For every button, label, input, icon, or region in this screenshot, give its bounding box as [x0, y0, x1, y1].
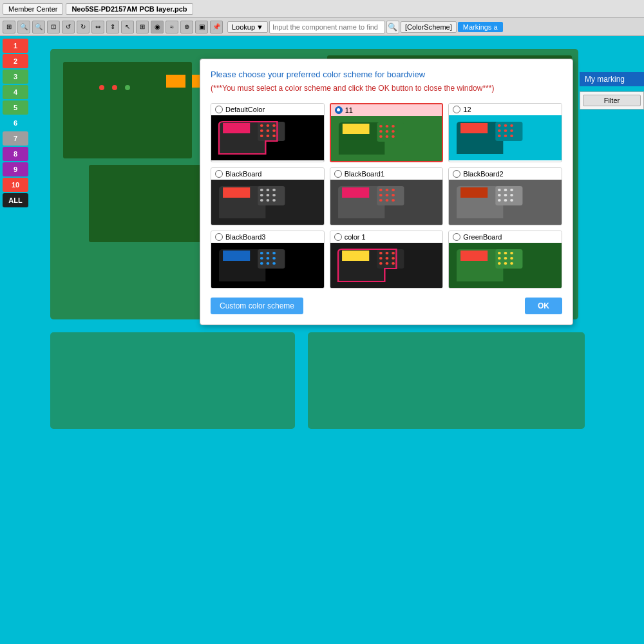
- lookup-group: Lookup ▼ 🔍 [ColorScheme] Markings a: [227, 21, 503, 33]
- scheme-11[interactable]: 11: [330, 103, 444, 162]
- svg-point-60: [379, 194, 383, 196]
- search-button[interactable]: 🔍: [386, 21, 399, 33]
- zoom-in-icon[interactable]: 🔍: [17, 21, 30, 33]
- svg-point-31: [385, 135, 388, 138]
- preview-greenboard: [449, 243, 562, 288]
- svg-point-43: [510, 135, 513, 137]
- scheme-12[interactable]: 12: [448, 103, 562, 162]
- svg-point-84: [272, 257, 276, 260]
- radio-11[interactable]: [335, 106, 343, 114]
- rotate-left-icon[interactable]: ↺: [62, 21, 75, 33]
- svg-point-105: [504, 257, 507, 260]
- svg-point-49: [260, 194, 263, 196]
- svg-point-79: [260, 252, 263, 254]
- svg-point-15: [272, 124, 276, 127]
- cursor-icon[interactable]: ↖: [121, 21, 134, 33]
- svg-point-64: [385, 199, 388, 202]
- svg-point-29: [392, 130, 395, 133]
- measure-icon[interactable]: ⊞: [136, 21, 149, 33]
- svg-point-102: [504, 252, 507, 254]
- color-scheme-button[interactable]: [ColorScheme]: [401, 21, 457, 33]
- scheme-label-11: 11: [345, 106, 353, 114]
- dialog-overlay: Please choose your preferred color schem…: [0, 36, 644, 644]
- preview-blackboard: [211, 180, 324, 225]
- svg-point-103: [510, 252, 513, 254]
- scheme-blackboard1[interactable]: BlackBoard1: [330, 167, 444, 225]
- color-scheme-dialog: Please choose your preferred color schem…: [200, 59, 573, 325]
- preview-11: [331, 116, 442, 161]
- fit-icon[interactable]: ⊡: [47, 21, 60, 33]
- scheme-blackboard2[interactable]: BlackBoard2: [448, 167, 562, 225]
- pin-icon[interactable]: 📌: [210, 21, 223, 33]
- svg-point-74: [498, 199, 501, 202]
- svg-point-92: [392, 252, 395, 254]
- svg-point-18: [272, 129, 276, 132]
- svg-point-106: [510, 257, 513, 260]
- svg-point-20: [267, 135, 270, 137]
- svg-point-21: [272, 135, 276, 137]
- svg-point-108: [504, 262, 507, 265]
- radio-color1[interactable]: [334, 233, 342, 241]
- zoom-out-icon[interactable]: 🔍: [32, 21, 45, 33]
- select-icon[interactable]: ▣: [195, 21, 208, 33]
- svg-point-81: [272, 252, 276, 254]
- radio-blackboard3[interactable]: [215, 233, 223, 241]
- preview-12: [449, 115, 562, 160]
- svg-point-63: [379, 199, 383, 202]
- dialog-footer: Custom color scheme OK: [211, 298, 562, 314]
- svg-point-87: [272, 262, 276, 265]
- highlight-icon[interactable]: ◉: [151, 21, 164, 33]
- svg-point-14: [267, 124, 270, 127]
- svg-point-96: [379, 262, 383, 265]
- svg-point-32: [392, 135, 395, 138]
- svg-point-98: [392, 262, 395, 265]
- flip-h-icon[interactable]: ⇔: [91, 21, 104, 33]
- member-center-button[interactable]: Member Center: [3, 3, 63, 15]
- svg-point-73: [510, 194, 513, 196]
- radio-defaultcolor[interactable]: [215, 106, 223, 113]
- flip-v-icon[interactable]: ⇕: [106, 21, 119, 33]
- radio-blackboard2[interactable]: [453, 170, 460, 178]
- markings-button[interactable]: Markings a: [458, 22, 503, 32]
- svg-point-71: [498, 194, 501, 196]
- scheme-label-color1: color 1: [345, 233, 366, 241]
- dialog-title: Please choose your preferred color schem…: [211, 70, 562, 79]
- scheme-defaultcolor[interactable]: DefaultColor: [211, 103, 325, 162]
- svg-point-95: [392, 257, 395, 260]
- net-icon[interactable]: ≈: [166, 21, 178, 33]
- radio-12[interactable]: [453, 106, 460, 113]
- svg-point-70: [510, 189, 513, 191]
- svg-point-47: [267, 189, 270, 191]
- svg-point-16: [260, 129, 263, 132]
- svg-point-39: [504, 129, 507, 132]
- svg-point-107: [498, 262, 501, 265]
- preview-blackboard2: [449, 180, 562, 225]
- scheme-color1[interactable]: color 1: [330, 231, 444, 289]
- radio-greenboard[interactable]: [453, 233, 460, 241]
- scheme-label-greenboard: GreenBoard: [463, 233, 502, 241]
- scheme-greenboard[interactable]: GreenBoard: [448, 231, 562, 289]
- svg-point-35: [498, 124, 501, 127]
- radio-blackboard[interactable]: [215, 170, 223, 178]
- svg-point-46: [260, 189, 263, 191]
- scheme-label-12: 12: [463, 106, 471, 113]
- preview-color1: [330, 243, 443, 288]
- custom-color-scheme-button[interactable]: Custom color scheme: [211, 298, 303, 314]
- search-input[interactable]: [269, 21, 385, 33]
- lookup-button[interactable]: Lookup ▼: [227, 21, 268, 33]
- svg-point-28: [385, 130, 388, 133]
- scheme-blackboard[interactable]: BlackBoard: [211, 167, 325, 225]
- svg-point-69: [504, 189, 507, 191]
- rotate-right-icon[interactable]: ↻: [77, 21, 90, 33]
- ok-button[interactable]: OK: [525, 298, 562, 314]
- svg-point-83: [267, 257, 270, 260]
- svg-point-101: [498, 252, 501, 254]
- svg-point-52: [260, 199, 263, 202]
- component-icon[interactable]: ⊕: [180, 21, 193, 33]
- svg-point-53: [267, 199, 270, 202]
- grid-icon[interactable]: ⊞: [3, 21, 15, 33]
- radio-blackboard1[interactable]: [334, 170, 342, 178]
- svg-point-91: [385, 252, 388, 254]
- svg-point-72: [504, 194, 507, 196]
- scheme-blackboard3[interactable]: BlackBoard3: [211, 231, 325, 289]
